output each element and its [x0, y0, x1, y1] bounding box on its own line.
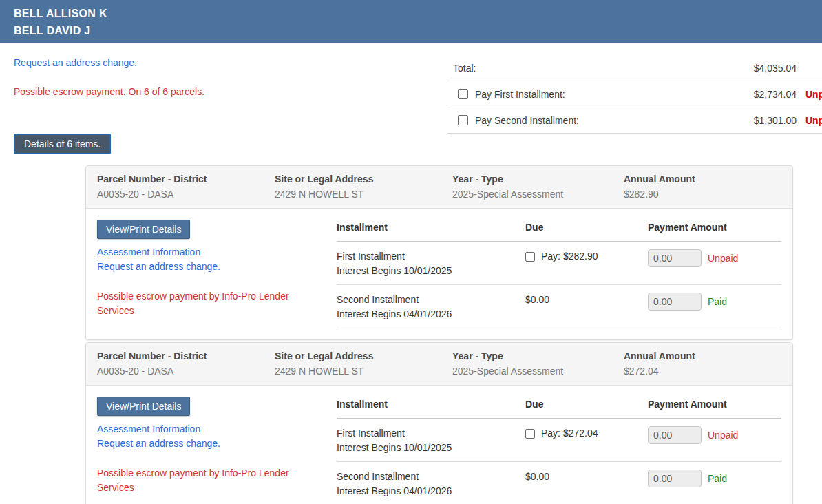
installment-column-header: Installment [337, 399, 525, 410]
due-column-header: Due [525, 399, 648, 410]
parcel-card: Parcel Number - District A0035-20 - DASA… [85, 342, 793, 504]
interest-begins-text: Interest Begins 10/01/2025 [337, 264, 525, 278]
year-type-value: 2025-Special Assessment [452, 188, 624, 201]
totals-row-first-installment: Pay First Installment: $2,734.04 Unpaid [447, 81, 822, 107]
due-amount-text: Pay: $272.04 [541, 426, 598, 441]
annual-amount-value: $282.90 [624, 188, 792, 201]
parcel-number-label: Parcel Number - District [97, 350, 275, 363]
second-installment-amount: $1,301.00 [714, 115, 797, 126]
pay-installment-checkbox[interactable] [525, 252, 535, 262]
assessment-information-link[interactable]: Assessment Information [97, 422, 337, 437]
annual-amount-label: Annual Amount [624, 350, 792, 363]
payment-amount-input[interactable] [648, 249, 702, 267]
parcel-number-value: A0035-20 - DASA [97, 188, 275, 201]
view-print-details-button[interactable]: View/Print Details [97, 397, 190, 416]
payment-amount-column-header: Payment Amount [648, 399, 781, 410]
table-row: Second Installment Interest Begins 04/01… [337, 462, 781, 504]
parcel-number-label: Parcel Number - District [97, 173, 275, 186]
second-installment-status: Unpaid [797, 115, 822, 126]
page: BELL ALLISON K BELL DAVID J Request an a… [0, 0, 822, 504]
owner-name-1: BELL ALLISON K [14, 5, 822, 22]
installment-name: First Installment [337, 426, 525, 441]
installment-column-header: Installment [337, 222, 525, 233]
table-row: Second Installment Interest Begins 04/01… [337, 285, 781, 328]
year-type-value: 2025-Special Assessment [452, 365, 624, 378]
pay-installment-checkbox[interactable] [525, 429, 535, 439]
due-amount-text: $0.00 [525, 470, 648, 484]
assessment-information-link[interactable]: Assessment Information [97, 245, 337, 260]
site-address-label: Site or Legal Address [275, 350, 452, 363]
payment-amount-input[interactable] [648, 470, 702, 487]
total-label: Total: [453, 63, 714, 74]
payment-amount-column-header: Payment Amount [648, 222, 781, 233]
pay-second-installment-checkbox[interactable] [458, 115, 468, 125]
totals-row-second-installment: Pay Second Installment: $1,301.00 Unpaid [447, 107, 822, 134]
escrow-warning-text: Possible escrow payment. On 6 of 6 parce… [14, 86, 204, 97]
address-change-link[interactable]: Request an address change. [14, 57, 137, 68]
table-row: First Installment Interest Begins 10/01/… [337, 419, 781, 462]
due-amount-text: Pay: $282.90 [541, 249, 598, 264]
site-address-label: Site or Legal Address [275, 173, 452, 186]
due-column-header: Due [525, 222, 648, 233]
interest-begins-text: Interest Begins 04/01/2026 [337, 307, 525, 322]
view-print-details-button[interactable]: View/Print Details [97, 220, 190, 239]
address-change-link[interactable]: Request an address change. [97, 260, 337, 274]
payment-status: Unpaid [708, 249, 738, 267]
pay-first-installment-checkbox[interactable] [458, 89, 468, 99]
due-amount-text: $0.00 [525, 293, 648, 307]
payment-status: Paid [708, 293, 727, 311]
pay-first-installment-label: Pay First Installment: [475, 89, 565, 100]
installment-name: First Installment [337, 249, 525, 264]
escrow-note-text: Possible escrow payment by Info-Pro Lend… [97, 289, 304, 318]
payment-status: Unpaid [708, 426, 738, 444]
installment-table: Installment Due Payment Amount First Ins… [337, 220, 781, 328]
year-type-label: Year - Type [452, 173, 624, 186]
escrow-note-text: Possible escrow payment by Info-Pro Lend… [97, 466, 304, 495]
first-installment-amount: $2,734.04 [714, 89, 797, 100]
pay-second-installment-label: Pay Second Installment: [475, 115, 579, 126]
table-row: First Installment Interest Begins 10/01/… [337, 242, 781, 285]
interest-begins-text: Interest Begins 04/01/2026 [337, 484, 525, 498]
installment-name: Second Installment [337, 470, 525, 484]
first-installment-status: Unpaid [797, 89, 822, 100]
site-address-value: 2429 N HOWELL ST [275, 188, 452, 201]
annual-amount-label: Annual Amount [624, 173, 792, 186]
owner-header: BELL ALLISON K BELL DAVID J [0, 0, 822, 43]
annual-amount-value: $272.04 [624, 365, 792, 378]
payment-amount-input[interactable] [648, 426, 702, 444]
totals-table: Total: $4,035.04 Pay First Installment: … [447, 55, 822, 134]
parcel-card-header: Parcel Number - District A0035-20 - DASA… [86, 343, 792, 386]
total-amount: $4,035.04 [714, 63, 797, 74]
payment-amount-input[interactable] [648, 293, 702, 311]
installment-name: Second Installment [337, 293, 525, 307]
payment-status: Paid [708, 470, 727, 487]
details-of-items-button[interactable]: Details of 6 items. [14, 134, 111, 154]
parcel-card-header: Parcel Number - District A0035-20 - DASA… [86, 166, 792, 209]
year-type-label: Year - Type [452, 350, 624, 363]
site-address-value: 2429 N HOWELL ST [275, 365, 452, 378]
parcel-card: Parcel Number - District A0035-20 - DASA… [85, 165, 793, 340]
interest-begins-text: Interest Begins 10/01/2025 [337, 441, 525, 455]
parcel-number-value: A0035-20 - DASA [97, 365, 275, 378]
totals-row-total: Total: $4,035.04 [447, 55, 822, 81]
owner-name-2: BELL DAVID J [14, 22, 822, 39]
address-change-link[interactable]: Request an address change. [97, 437, 337, 451]
installment-table: Installment Due Payment Amount First Ins… [337, 397, 781, 504]
